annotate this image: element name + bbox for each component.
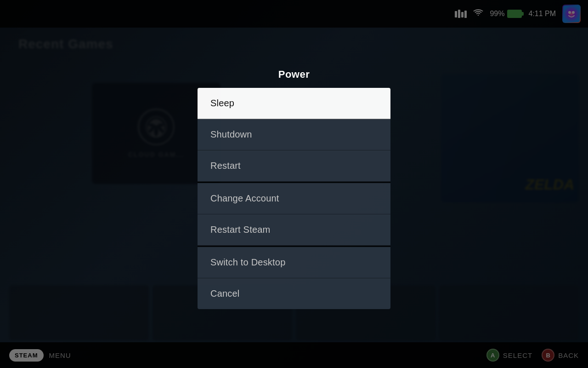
menu-item-change-account[interactable]: Change Account [198,183,390,214]
dialog-title: Power [198,69,390,80]
menu-item-switch-desktop[interactable]: Switch to Desktop [198,247,390,278]
menu-item-shutdown[interactable]: Shutdown [198,119,390,150]
menu-item-restart[interactable]: Restart [198,150,390,182]
menu-item-restart-steam[interactable]: Restart Steam [198,214,390,246]
power-menu-list: Sleep Shutdown Restart Change Account Re… [198,88,390,309]
menu-item-cancel[interactable]: Cancel [198,278,390,309]
power-dialog: Power Sleep Shutdown Restart Change Acco… [198,69,390,309]
menu-item-sleep[interactable]: Sleep [198,88,390,119]
